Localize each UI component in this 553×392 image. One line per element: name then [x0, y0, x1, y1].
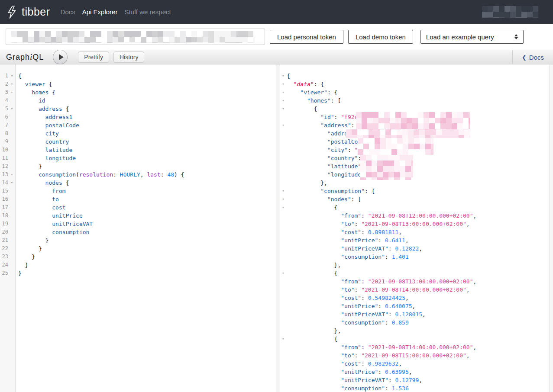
code-text: }: [15, 244, 42, 253]
code-line: "unitPriceVAT": 0.128015,: [280, 310, 553, 318]
code-text: "cost": 0.549824425,: [286, 294, 409, 302]
code-text: },: [286, 261, 341, 269]
fold-gutter-spacer: [280, 236, 286, 244]
load-demo-token-button[interactable]: Load demo token: [348, 30, 413, 44]
fold-gutter-spacer: [9, 269, 15, 277]
line-number: 9: [0, 138, 9, 146]
nav-item-stuff-we-respect[interactable]: Stuff we respect: [124, 8, 171, 16]
fold-arrow-icon[interactable]: ▾: [280, 203, 286, 212]
code-text: "consumption": 1.401: [286, 253, 409, 261]
code-line: "unitPrice": 0.640075,: [280, 302, 553, 310]
fold-gutter-spacer: [280, 376, 286, 384]
code-line: 22 }: [0, 244, 276, 253]
line-number: 17: [0, 203, 9, 212]
fold-gutter-spacer: [9, 228, 15, 236]
code-line: 16 to: [0, 195, 276, 203]
prettify-button[interactable]: Prettify: [78, 51, 109, 63]
fold-arrow-icon[interactable]: ▾: [280, 72, 286, 80]
fold-gutter-spacer: [280, 220, 286, 228]
code-text: {: [286, 72, 290, 80]
fold-arrow-icon[interactable]: ▾: [280, 121, 286, 129]
line-number: 4: [0, 96, 9, 105]
code-text: },: [286, 327, 341, 335]
fold-arrow-icon[interactable]: ▾: [9, 72, 15, 80]
code-text: unitPrice: [15, 212, 83, 220]
code-line: },: [280, 327, 553, 335]
code-line: "consumption": 1.401: [280, 253, 553, 261]
code-line: 20 consumption: [0, 228, 276, 236]
brand-name: tibber: [22, 6, 50, 18]
code-line: ▾ "data": {: [280, 80, 553, 88]
api-token-input[interactable]: [6, 29, 265, 45]
fold-arrow-icon[interactable]: ▾: [9, 179, 15, 187]
code-text: "cost": 0.9829632,: [286, 360, 402, 368]
code-text: city: [15, 129, 59, 138]
fold-arrow-icon[interactable]: ▾: [9, 170, 15, 179]
result-viewer[interactable]: ▾{▾ "data": {▾ "viewer": {▾ "homes": [▾ …: [280, 64, 553, 392]
code-text: "postalCod: [286, 138, 361, 146]
code-line: 12 }: [0, 162, 276, 170]
code-line: 21 }: [0, 236, 276, 244]
nav-item-api-explorer[interactable]: Api Explorer: [82, 8, 118, 16]
fold-arrow-icon[interactable]: ▾: [280, 195, 286, 203]
code-text: unitPriceVAT: [15, 220, 93, 228]
redacted-user-badge[interactable]: [482, 6, 538, 18]
code-line: 11 longitude: [0, 154, 276, 162]
code-text: "unitPrice": 0.63995,: [286, 368, 412, 376]
fold-arrow-icon[interactable]: ▾: [280, 80, 286, 88]
line-number: 7: [0, 121, 9, 129]
fold-gutter-spacer: [280, 343, 286, 351]
pane-resize-handle[interactable]: [276, 64, 280, 392]
history-button[interactable]: History: [113, 51, 145, 63]
line-number: 1: [0, 72, 9, 80]
code-text: "data": {: [286, 80, 324, 88]
redacted-home-id-value: [356, 112, 470, 129]
code-text: "unitPrice": 0.640075,: [286, 302, 415, 310]
fold-arrow-icon[interactable]: ▾: [9, 88, 15, 96]
line-number: 11: [0, 154, 9, 162]
fold-gutter-spacer: [9, 195, 15, 203]
code-text: latitude: [15, 146, 72, 154]
code-text: nodes {: [15, 179, 69, 187]
fold-gutter-spacer: [280, 310, 286, 318]
code-line: "to": "2021-09-08T15:00:00.000+02:00",: [280, 351, 553, 360]
code-text: }: [15, 261, 28, 269]
code-line: "consumption": 1.536: [280, 384, 553, 392]
nav-item-docs[interactable]: Docs: [61, 8, 75, 16]
fold-arrow-icon[interactable]: ▾: [9, 105, 15, 113]
result-scrollbar[interactable]: [549, 64, 553, 392]
tibber-brand[interactable]: tibber: [6, 5, 50, 19]
fold-arrow-icon[interactable]: ▾: [280, 88, 286, 96]
code-text: consumption(resolution: HOURLY, last: 48…: [15, 170, 184, 179]
load-personal-token-button[interactable]: Load personal token: [270, 30, 343, 44]
fold-gutter-spacer: [9, 129, 15, 138]
fold-gutter-spacer: [280, 327, 286, 335]
code-text: {: [286, 105, 317, 113]
fold-arrow-icon[interactable]: ▾: [9, 80, 15, 88]
fold-arrow-icon[interactable]: ▾: [280, 269, 286, 277]
docs-panel-toggle[interactable]: ❮ Docs: [512, 50, 553, 64]
fold-gutter-spacer: [9, 146, 15, 154]
fold-arrow-icon[interactable]: ▾: [280, 335, 286, 343]
code-text: address1: [15, 113, 72, 121]
query-editor[interactable]: 1▾{2▾ viewer {3▾ homes {4 id5▾ address {…: [0, 64, 276, 392]
fold-arrow-icon[interactable]: ▾: [280, 105, 286, 113]
docs-panel-toggle-label: Docs: [529, 54, 544, 61]
fold-gutter-spacer: [280, 170, 286, 179]
line-number: 12: [0, 162, 9, 170]
fold-gutter-spacer: [9, 154, 15, 162]
line-number: 10: [0, 146, 9, 154]
fold-gutter-spacer: [280, 244, 286, 253]
execute-query-button[interactable]: [53, 50, 68, 64]
fold-gutter-spacer: [9, 253, 15, 261]
code-text: country: [15, 138, 69, 146]
fold-arrow-icon[interactable]: ▾: [280, 96, 286, 105]
fold-arrow-icon[interactable]: ▾: [280, 187, 286, 195]
code-line: 8 city: [0, 129, 276, 138]
example-query-select[interactable]: Load an example query: [420, 30, 524, 44]
code-text: "id": "f92cf: [286, 113, 361, 121]
code-text: }: [15, 269, 22, 277]
fold-gutter-spacer: [280, 212, 286, 220]
redacted-postal-city-values: [358, 138, 433, 155]
code-text: "country":: [286, 154, 361, 162]
